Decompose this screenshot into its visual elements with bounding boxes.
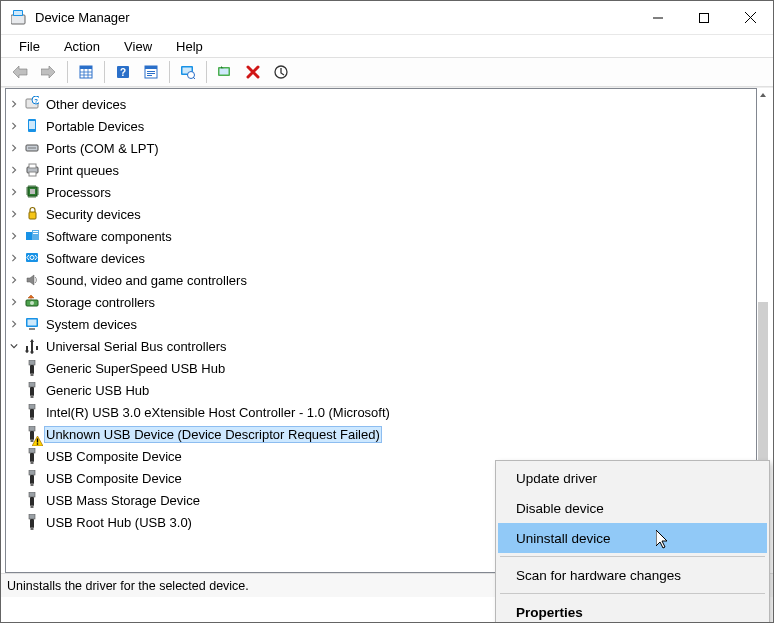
expand-icon[interactable] [6,382,22,398]
tree-node-label[interactable]: Generic SuperSpeed USB Hub [44,360,227,377]
tree-node-label[interactable]: Print queues [44,162,121,179]
tree-node[interactable]: Sound, video and game controllers [6,269,756,291]
tree-node-label[interactable]: Storage controllers [44,294,157,311]
toolbar-properties-button[interactable] [137,60,165,84]
tree-node-label[interactable]: Software components [44,228,174,245]
other-icon [24,96,40,112]
context-menu-item[interactable]: Disable device [498,493,767,523]
tree-node-label[interactable]: Intel(R) USB 3.0 eXtensible Host Control… [44,404,392,421]
context-menu-item[interactable]: Properties [498,597,767,623]
minimize-button[interactable] [635,1,681,34]
toolbar-separator [169,61,170,83]
tree-node-label[interactable]: Sound, video and game controllers [44,272,249,289]
sound-icon [24,272,40,288]
expand-icon[interactable] [6,492,22,508]
tree-node[interactable]: Unknown USB Device (Device Descriptor Re… [6,423,756,445]
tree-node-label[interactable]: System devices [44,316,139,333]
expand-icon[interactable] [6,470,22,486]
tree-node-label[interactable]: Security devices [44,206,143,223]
tree-node[interactable]: Ports (COM & LPT) [6,137,756,159]
expand-icon[interactable] [6,360,22,376]
swdev-icon [24,250,40,266]
status-text: Uninstalls the driver for the selected d… [7,579,249,593]
portable-icon [24,118,40,134]
menu-view[interactable]: View [114,38,162,55]
expand-icon[interactable] [6,250,22,266]
tree-node-label[interactable]: Generic USB Hub [44,382,151,399]
expand-icon[interactable] [6,272,22,288]
context-menu-item[interactable]: Update driver [498,463,767,493]
collapse-icon[interactable] [6,338,22,354]
tree-node[interactable]: Intel(R) USB 3.0 eXtensible Host Control… [6,401,756,423]
expand-icon[interactable] [6,206,22,222]
tree-node-label[interactable]: Other devices [44,96,128,113]
tree-node[interactable]: Other devices [6,93,756,115]
usb-icon [24,382,40,398]
menu-action[interactable]: Action [54,38,110,55]
context-menu-item[interactable]: Scan for hardware changes [498,560,767,590]
context-menu-separator [500,593,765,594]
usb-icon [24,492,40,508]
usb-icon [24,470,40,486]
toolbar-show-hidden-button[interactable] [72,60,100,84]
context-menu-separator [500,556,765,557]
tree-node-label[interactable]: Software devices [44,250,147,267]
expand-icon[interactable] [6,294,22,310]
tree-node-label[interactable]: USB Mass Storage Device [44,492,202,509]
tree-node[interactable]: Processors [6,181,756,203]
toolbar-scan-button[interactable] [174,60,202,84]
expand-icon[interactable] [6,162,22,178]
cpu-icon [24,184,40,200]
printer-icon [24,162,40,178]
expand-icon[interactable] [6,404,22,420]
tree-node[interactable]: Generic USB Hub [6,379,756,401]
toolbar [1,57,773,87]
expand-icon[interactable] [6,228,22,244]
scroll-up-arrow[interactable] [757,88,769,102]
tree-node-label[interactable]: Unknown USB Device (Device Descriptor Re… [44,426,382,443]
tree-node-label[interactable]: Universal Serial Bus controllers [44,338,229,355]
expand-icon[interactable] [6,118,22,134]
expand-icon[interactable] [6,514,22,530]
expand-icon[interactable] [6,184,22,200]
close-button[interactable] [727,1,773,34]
tree-node[interactable]: Print queues [6,159,756,181]
maximize-button[interactable] [681,1,727,34]
toolbar-separator [206,61,207,83]
toolbar-back-button[interactable] [7,60,35,84]
toolbar-update-driver-button[interactable] [211,60,239,84]
tree-node[interactable]: Generic SuperSpeed USB Hub [6,357,756,379]
tree-node[interactable]: Software devices [6,247,756,269]
toolbar-disable-button[interactable] [267,60,295,84]
tree-node-label[interactable]: USB Root Hub (USB 3.0) [44,514,194,531]
expand-icon[interactable] [6,316,22,332]
usb-icon [24,404,40,420]
tree-node[interactable]: Portable Devices [6,115,756,137]
toolbar-separator [104,61,105,83]
toolbar-forward-button[interactable] [35,60,63,84]
toolbar-uninstall-button[interactable] [239,60,267,84]
tree-node-label[interactable]: Ports (COM & LPT) [44,140,161,157]
ports-icon [24,140,40,156]
toolbar-help-button[interactable] [109,60,137,84]
expand-icon[interactable] [6,96,22,112]
swcomp-icon [24,228,40,244]
usbhost-icon [24,338,40,354]
expand-icon[interactable] [6,426,22,442]
tree-node[interactable]: Storage controllers [6,291,756,313]
context-menu-item[interactable]: Uninstall device [498,523,767,553]
tree-node[interactable]: Software components [6,225,756,247]
tree-node-label[interactable]: USB Composite Device [44,470,184,487]
expand-icon[interactable] [6,140,22,156]
tree-node[interactable]: System devices [6,313,756,335]
menu-bar: File Action View Help [1,35,773,57]
usb-icon [24,514,40,530]
tree-node[interactable]: Security devices [6,203,756,225]
title-bar: Device Manager [1,1,773,35]
tree-node-label[interactable]: Portable Devices [44,118,146,135]
tree-node-label[interactable]: USB Composite Device [44,448,184,465]
menu-file[interactable]: File [9,38,50,55]
menu-help[interactable]: Help [166,38,213,55]
expand-icon[interactable] [6,448,22,464]
tree-node-label[interactable]: Processors [44,184,113,201]
